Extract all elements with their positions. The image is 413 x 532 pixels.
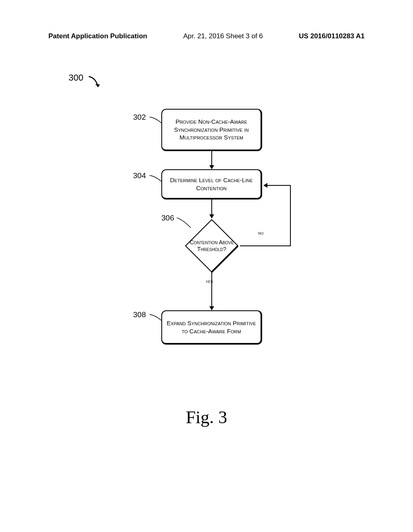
box-308-text: Expand Synchronization Primitive to Cach… bbox=[165, 319, 257, 335]
decision-306-text: Contention Above Threshold? bbox=[190, 239, 234, 253]
box-308: Expand Synchronization Primitive to Cach… bbox=[161, 310, 262, 345]
svg-marker-0 bbox=[95, 84, 100, 87]
label-302: 302 bbox=[133, 113, 146, 122]
label-306: 306 bbox=[161, 214, 174, 222]
box-302-text: Provide Non-Cache-Aware Synchronization … bbox=[165, 118, 257, 141]
arrow-yes-308-icon bbox=[208, 272, 216, 312]
svg-marker-2 bbox=[209, 165, 214, 169]
svg-marker-7 bbox=[263, 183, 267, 188]
figure-label: Fig. 3 bbox=[0, 407, 413, 428]
box-302: Provide Non-Cache-Aware Synchronization … bbox=[161, 109, 262, 151]
arrow-no-loop-icon bbox=[238, 181, 298, 250]
decision-306: Contention Above Threshold? bbox=[184, 218, 240, 274]
header-center: Apr. 21, 2016 Sheet 3 of 6 bbox=[183, 32, 263, 40]
ref-300-arrow-icon bbox=[88, 76, 104, 92]
label-304: 304 bbox=[133, 171, 146, 180]
arrow-302-304-icon bbox=[208, 151, 216, 170]
header-right: US 2016/0110283 A1 bbox=[299, 32, 365, 40]
arrow-304-306-icon bbox=[208, 200, 216, 220]
ref-300: 300 bbox=[69, 73, 83, 83]
header-left: Patent Application Publication bbox=[48, 32, 147, 40]
svg-marker-9 bbox=[209, 306, 214, 310]
label-308: 308 bbox=[133, 310, 146, 319]
